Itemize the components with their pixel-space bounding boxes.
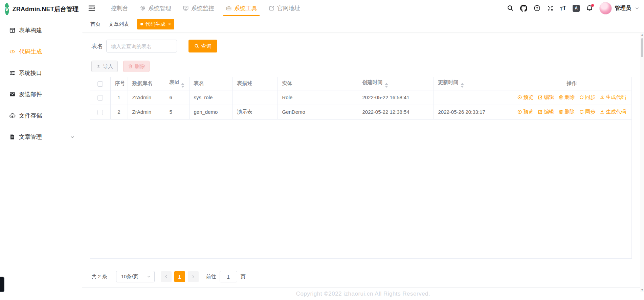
topnav-item-console[interactable]: 控制台 [105,0,134,16]
translate-icon[interactable]: A [573,5,580,12]
trash-icon [558,95,563,100]
column-header-created[interactable]: 创建时间 [362,79,383,85]
pagination: 共 2 条 10条/页 1 前往 页 [90,271,637,282]
notification-badge [591,4,594,7]
sync-action[interactable]: 同步 [579,94,595,101]
next-page-button[interactable] [188,271,199,282]
data-table: 序号 数据库名 表id 表名 表描述 实体 创建时间 更新时间 操作 [90,77,632,259]
import-button[interactable]: 导入 [91,61,118,72]
edit-icon [538,109,543,114]
chevron-down-icon [147,275,151,279]
toolbox-icon [226,5,232,11]
topnav-item-system-mgmt[interactable]: 系统管理 [134,0,177,16]
sort-icon[interactable] [385,83,388,88]
fullscreen-icon[interactable] [547,5,554,12]
github-icon[interactable] [520,5,527,12]
sidebar-item-form-builder[interactable]: 表单构建 [0,20,82,41]
cell-created: 2022-05-22 12:38:54 [362,109,409,115]
external-link-icon [269,5,275,11]
page-content: 表名 查询 导入 删除 [82,32,644,287]
delete-action[interactable]: 删除 [558,109,575,115]
topnav-item-system-monitor[interactable]: 系统监控 [177,0,220,16]
search-icon [194,44,199,49]
upload-icon [96,64,101,69]
edit-action[interactable]: 编辑 [538,109,554,115]
select-all-checkbox[interactable] [97,81,103,87]
prev-page-button[interactable] [161,271,172,282]
column-header-table-id[interactable]: 表id [170,79,179,85]
sidebar-collapse-icon[interactable] [87,3,96,13]
sidebar-item-article-mgmt[interactable]: 文章管理 [0,126,82,148]
eye-icon [517,95,522,100]
scrollbar-thumb[interactable] [641,38,643,57]
tab-home[interactable]: 首页 [90,21,101,27]
sidebar-item-label: 代码生成 [19,48,42,56]
edit-action[interactable]: 编辑 [538,94,554,101]
chevron-right-icon [191,275,195,279]
action-label: 编辑 [544,109,554,115]
scroll-up-icon[interactable]: ▲ [641,34,644,36]
row-actions: 预览 编辑 删除 同步 生成代码 [516,94,627,101]
scroll-down-icon[interactable]: ▼ [641,289,644,292]
cell-entity: GenDemo [282,109,305,115]
active-tab-dot [140,23,143,25]
sidebar-item-file-storage[interactable]: 文件存储 [0,105,82,126]
pagination-total: 共 2 条 [91,274,107,280]
preview-action[interactable]: 预览 [517,109,533,115]
tab-label: 代码生成 [145,21,165,27]
vertical-scrollbar[interactable]: ▲ ▼ [640,33,644,292]
download-icon [600,109,605,114]
topnav-item-website[interactable]: 官网地址 [263,0,306,16]
help-icon[interactable]: ? [534,5,540,12]
generate-code-action[interactable]: 生成代码 [600,94,626,101]
avatar[interactable] [599,2,612,15]
page-size-select[interactable]: 10条/页 [116,271,155,282]
eye-icon [517,109,522,114]
delete-action[interactable]: 删除 [558,94,575,101]
app-logo[interactable]: V ZRAdmin.NET后台管理 [0,0,82,18]
preview-action[interactable]: 预览 [517,94,533,101]
search-button[interactable]: 查询 [188,40,217,52]
topnav-item-label: 控制台 [111,4,128,12]
cell-table-name: sys_role [194,94,213,100]
document-icon [8,134,16,140]
topnav-menu: 控制台 系统管理 系统监控 [105,0,306,16]
font-size-icon[interactable]: TT [560,5,566,11]
user-name[interactable]: 管理员 [615,5,631,12]
row-checkbox[interactable] [97,95,103,101]
sort-icon[interactable] [461,83,464,88]
import-button-label: 导入 [103,63,113,70]
sync-action[interactable]: 同步 [579,109,595,115]
bottom-left-handle[interactable] [0,277,4,292]
action-label: 同步 [585,109,595,115]
generate-code-action[interactable]: 生成代码 [600,109,626,115]
topnav-item-system-tools[interactable]: 系统工具 [220,0,263,16]
sidebar-item-label: 文章管理 [19,133,42,141]
column-header-table-name: 表名 [194,80,204,86]
sort-icon[interactable] [181,83,184,88]
goto-page-input[interactable] [220,271,237,282]
cell-db: ZrAdmin [132,94,152,100]
delete-button[interactable]: 删除 [123,61,150,72]
action-label: 生成代码 [606,94,626,101]
action-label: 删除 [564,94,575,101]
sidebar-item-code-gen[interactable]: 代码生成 [0,41,82,62]
chevron-down-icon[interactable] [635,6,639,10]
sidebar-item-send-mail[interactable]: 发送邮件 [0,84,82,105]
sidebar-item-system-api[interactable]: 系统接口 [0,62,82,84]
delete-button-label: 删除 [135,63,145,70]
close-icon[interactable]: × [168,22,171,26]
table-name-input[interactable] [106,40,177,52]
row-actions: 预览 编辑 删除 同步 生成代码 [516,109,627,115]
app-root: V ZRAdmin.NET后台管理 表单构建 代码生成 系统接口 [0,0,644,300]
main-area: 控制台 系统管理 系统监控 [82,0,644,300]
page-number-button[interactable]: 1 [174,271,185,282]
bell-icon[interactable] [586,5,593,12]
tab-article-list[interactable]: 文章列表 [109,21,129,27]
search-icon[interactable] [507,5,514,12]
row-checkbox[interactable] [97,110,103,115]
svg-text:?: ? [536,6,538,10]
trash-icon [558,109,563,114]
column-header-updated[interactable]: 更新时间 [438,79,459,85]
tab-code-gen[interactable]: 代码生成 × [137,19,174,29]
